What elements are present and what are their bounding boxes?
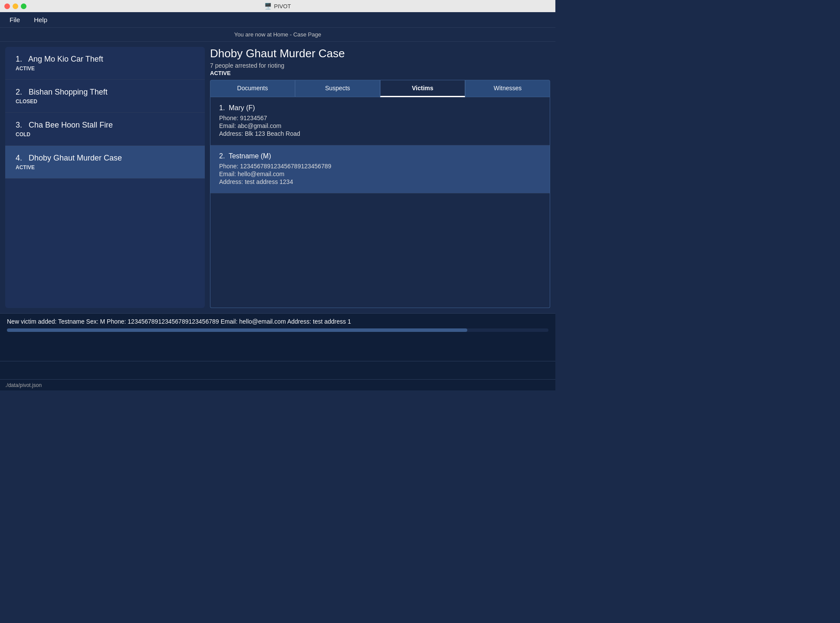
window-controls[interactable] — [4, 3, 26, 9]
log-scrollbar-thumb[interactable] — [7, 328, 467, 332]
victim-item-2[interactable]: 2. Testname (M) Phone: 12345678912345678… — [210, 145, 550, 193]
case-item-status-2: CLOSED — [16, 98, 194, 105]
case-item-2[interactable]: 2. Bishan Shopping Theft CLOSED — [5, 80, 205, 113]
victim-email-2: Email: hello@email.com — [219, 171, 541, 177]
menu-bar: File Help — [0, 12, 555, 28]
case-list-panel: 1. Ang Mo Kio Car Theft ACTIVE 2. Bishan… — [5, 47, 205, 308]
file-path: ./data/pivot.json — [0, 379, 555, 390]
case-item-title-4: 4. Dhoby Ghaut Murder Case — [16, 154, 194, 163]
log-area: New victim added: Testname Sex: M Phone:… — [0, 313, 555, 361]
tab-witnesses[interactable]: Witnesses — [465, 80, 550, 97]
case-item-3[interactable]: 3. Cha Bee Hoon Stall Fire COLD — [5, 113, 205, 146]
case-detail-subtitle: 7 people arrested for rioting — [210, 62, 550, 69]
victim-email-1: Email: abc@gmail.com — [219, 122, 541, 129]
victim-name-2: 2. Testname (M) — [219, 152, 541, 160]
case-item-status-4: ACTIVE — [16, 164, 194, 171]
log-text: New victim added: Testname Sex: M Phone:… — [7, 318, 548, 325]
maximize-button[interactable] — [21, 3, 26, 9]
menu-help[interactable]: Help — [31, 14, 50, 25]
victims-container: 1. Mary (F) Phone: 91234567 Email: abc@g… — [210, 97, 550, 308]
title-bar: 🖥️ PIVOT — [0, 0, 555, 12]
tab-victims[interactable]: Victims — [380, 80, 465, 97]
log-scrollbar[interactable] — [7, 328, 548, 332]
victim-address-1: Address: Blk 123 Beach Road — [219, 130, 541, 137]
main-content: 1. Ang Mo Kio Car Theft ACTIVE 2. Bishan… — [0, 42, 555, 313]
tab-documents[interactable]: Documents — [210, 80, 295, 97]
victim-name-1: 1. Mary (F) — [219, 104, 541, 112]
menu-file[interactable]: File — [7, 14, 23, 25]
app-title: 🖥️ PIVOT — [264, 3, 291, 10]
victim-item-1[interactable]: 1. Mary (F) Phone: 91234567 Email: abc@g… — [210, 97, 550, 145]
case-detail-status: ACTIVE — [210, 70, 550, 76]
case-item-title-3: 3. Cha Bee Hoon Stall Fire — [16, 121, 194, 130]
case-item-4[interactable]: 4. Dhoby Ghaut Murder Case ACTIVE — [5, 146, 205, 179]
case-detail-panel: Dhoby Ghaut Murder Case 7 people arreste… — [210, 47, 550, 308]
input-area[interactable] — [0, 361, 555, 379]
case-item-1[interactable]: 1. Ang Mo Kio Car Theft ACTIVE — [5, 47, 205, 80]
case-item-status-3: COLD — [16, 131, 194, 138]
app-icon: 🖥️ — [264, 3, 272, 10]
close-button[interactable] — [4, 3, 10, 9]
case-detail-title: Dhoby Ghaut Murder Case — [210, 47, 550, 60]
victim-phone-1: Phone: 91234567 — [219, 115, 541, 121]
victim-address-2: Address: test address 1234 — [219, 178, 541, 185]
case-item-status-1: ACTIVE — [16, 66, 194, 72]
case-item-title-2: 2. Bishan Shopping Theft — [16, 88, 194, 97]
victim-phone-2: Phone: 123456789123456789123456789 — [219, 163, 541, 170]
tabs: Documents Suspects Victims Witnesses — [210, 80, 550, 97]
minimize-button[interactable] — [13, 3, 18, 9]
command-input[interactable] — [5, 367, 550, 374]
tab-suspects[interactable]: Suspects — [295, 80, 380, 97]
status-bar: You are now at Home - Case Page — [0, 28, 555, 42]
case-item-title-1: 1. Ang Mo Kio Car Theft — [16, 55, 194, 64]
case-detail-header: Dhoby Ghaut Murder Case 7 people arreste… — [210, 47, 550, 76]
